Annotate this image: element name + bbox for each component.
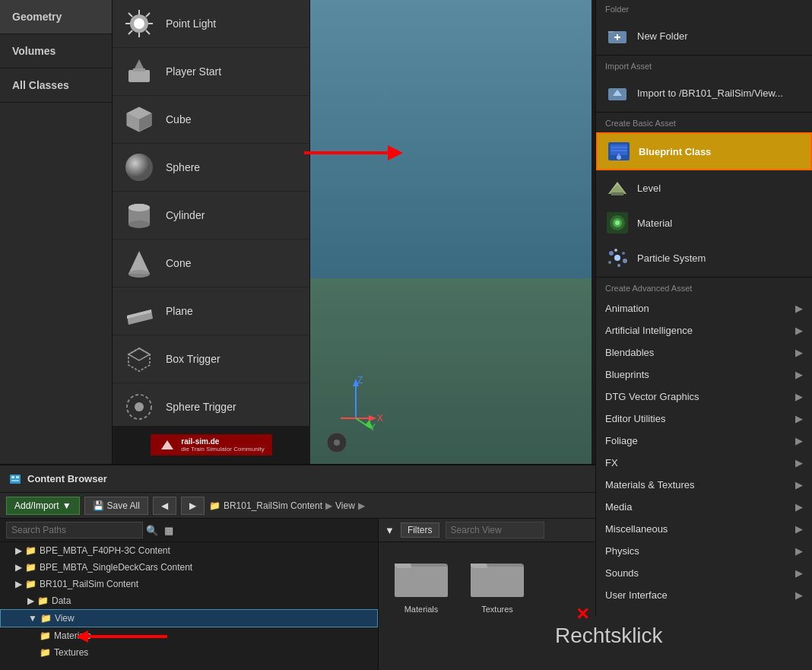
add-import-label: Add/Import (14, 500, 59, 511)
dtg-arrow: ▶ (795, 391, 803, 402)
svg-point-20 (128, 221, 150, 228)
placement-item-cone[interactable]: Cone (113, 240, 309, 287)
materials-textures-item[interactable]: Materials & Textures ▶ (596, 474, 812, 496)
physics-label: Physics (605, 545, 639, 557)
tree-item-br101[interactable]: ▶ 📁 BR101_RailSim Content (0, 576, 378, 592)
tree-item-textures[interactable]: 📁 Textures (0, 644, 378, 661)
cylinder-label: Cylinder (166, 209, 205, 221)
search-paths-input[interactable] (6, 522, 143, 538)
placement-item-plane[interactable]: Plane (113, 287, 309, 335)
svg-line-8 (146, 13, 150, 17)
tree-item-view[interactable]: ▼ 📁 View (0, 609, 378, 627)
tree-collapse-icon-3: ▶ (15, 579, 22, 589)
sounds-item[interactable]: Sounds ▶ (596, 562, 812, 584)
svg-point-69 (614, 249, 617, 252)
svg-rect-71 (10, 475, 21, 484)
artificial-intelligence-item[interactable]: Artificial Intelligence ▶ (596, 319, 812, 341)
svg-point-70 (617, 264, 620, 267)
placement-item-cube[interactable]: Cube (113, 96, 309, 144)
blendables-item[interactable]: Blendables ▶ (596, 341, 812, 364)
svg-point-66 (622, 252, 625, 255)
placement-item-player-start[interactable]: Player Start (113, 48, 309, 96)
placement-item-sphere[interactable]: Sphere (113, 144, 309, 192)
tree-collapse-icon-2: ▶ (15, 562, 22, 573)
particle-system-item[interactable]: Particle System (596, 240, 812, 275)
dtg-vector-item[interactable]: DTG Vector Graphics ▶ (596, 386, 812, 408)
dtg-label: DTG Vector Graphics (605, 391, 699, 402)
svg-point-55 (617, 155, 621, 160)
tree-folder-icon-6: 📁 (40, 630, 51, 641)
new-folder-label: New Folder (637, 30, 687, 42)
import-item[interactable]: Import to /BR101_RailSim/View... (596, 75, 812, 110)
miscellaneous-item[interactable]: Miscellaneous ▶ (596, 518, 812, 540)
add-import-button[interactable]: Add/Import ▼ (6, 497, 80, 515)
material-item[interactable]: Material (596, 205, 812, 240)
path-sep-1: ▶ (325, 500, 332, 511)
animation-item[interactable]: Animation ▶ (596, 297, 812, 319)
placement-item-point-light[interactable]: Point Light (113, 0, 309, 48)
search-view-input[interactable] (446, 522, 544, 538)
sphere-label: Sphere (166, 161, 200, 173)
folder-item-materials[interactable]: Materials (391, 554, 452, 614)
placement-item-cylinder[interactable]: Cylinder (113, 192, 309, 240)
sidebar-item-all-classes[interactable]: All Classes (0, 68, 112, 103)
textures-folder-icon (471, 554, 524, 600)
filters-icon: ▼ (385, 525, 395, 536)
tree-collapse-icon-4: ▶ (27, 595, 34, 606)
level-item[interactable]: Level (596, 170, 812, 205)
svg-line-6 (128, 13, 132, 17)
fx-item[interactable]: FX ▶ (596, 452, 812, 474)
point-light-icon (122, 6, 157, 41)
viewport-ground (310, 278, 592, 464)
save-all-label: Save All (107, 500, 140, 511)
folder-item-textures[interactable]: Textures (467, 554, 528, 614)
svg-rect-52 (611, 144, 627, 155)
blueprints-item[interactable]: Blueprints ▶ (596, 364, 812, 386)
svg-point-67 (608, 261, 611, 264)
media-item[interactable]: Media ▶ (596, 496, 812, 518)
viewport[interactable]: Z X Y (310, 0, 592, 464)
level-icon (605, 176, 630, 200)
material-icon (605, 211, 630, 235)
physics-item[interactable]: Physics ▶ (596, 540, 812, 562)
textures-folder-label: Textures (481, 605, 513, 614)
tree-item-bpe-mbta-f40[interactable]: ▶ 📁 BPE_MBTA_F40PH-3C Content (0, 542, 378, 559)
sidebar-item-volumes[interactable]: Volumes (0, 34, 112, 68)
grid-view-icon[interactable]: ▦ (164, 525, 173, 536)
new-folder-item[interactable]: New Folder (596, 18, 812, 53)
cone-label: Cone (166, 257, 191, 269)
svg-line-7 (146, 30, 150, 34)
tree-collapse-icon: ▶ (15, 545, 22, 556)
svg-point-63 (615, 221, 620, 225)
placement-item-sphere-trigger[interactable]: Sphere Trigger (113, 383, 309, 431)
placement-item-box-trigger[interactable]: Box Trigger (113, 335, 309, 383)
tree-folder-icon: 📁 (25, 545, 36, 556)
blueprint-class-item[interactable]: Blueprint Class (596, 132, 812, 170)
tree-item-data[interactable]: ▶ 📁 Data (0, 592, 378, 609)
save-all-button[interactable]: 💾 Save All (84, 497, 148, 515)
editor-utilities-arrow: ▶ (795, 413, 803, 424)
user-interface-label: User Interface (605, 589, 668, 601)
search-icon[interactable]: 🔍 (146, 525, 158, 536)
blendables-arrow: ▶ (795, 347, 803, 358)
forward-button[interactable]: ▶ (181, 497, 205, 515)
tree-folder-icon-4: 📁 (37, 595, 49, 606)
blueprint-class-icon (607, 139, 631, 164)
blueprint-class-label: Blueprint Class (639, 146, 711, 157)
tree-item-bpe-mbta-single[interactable]: ▶ 📁 BPE_MBTA_SingleDeckCars Content (0, 559, 378, 576)
rechtsklick-label: Rechtsklick (555, 624, 663, 648)
left-sidebar: Geometry Volumes All Classes (0, 0, 113, 464)
miscellaneous-label: Miscellaneous (605, 523, 668, 535)
svg-point-24 (128, 270, 150, 278)
sidebar-item-geometry[interactable]: Geometry (0, 0, 112, 34)
sphere-trigger-icon (122, 389, 157, 424)
back-button[interactable]: ◀ (153, 497, 176, 515)
filters-button[interactable]: Filters (401, 522, 439, 538)
svg-point-17 (125, 154, 153, 181)
media-arrow: ▶ (795, 501, 803, 513)
user-interface-item[interactable]: User Interface ▶ (596, 584, 812, 606)
foliage-item[interactable]: Foliage ▶ (596, 430, 812, 452)
tree-item-materials[interactable]: 📁 Materials (0, 627, 378, 644)
editor-utilities-item[interactable]: Editor Utilities ▶ (596, 408, 812, 430)
bottom-left-arrow-annotation (76, 627, 167, 646)
